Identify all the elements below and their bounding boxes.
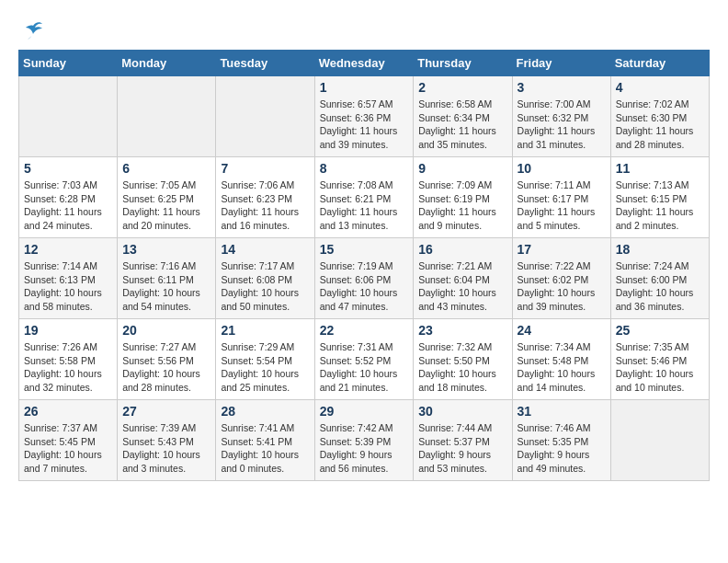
calendar-cell: 17Sunrise: 7:22 AMSunset: 6:02 PMDayligh… <box>512 238 610 319</box>
day-number: 26 <box>24 404 112 419</box>
calendar-cell: 9Sunrise: 7:09 AMSunset: 6:19 PMDaylight… <box>414 157 512 238</box>
week-row-1: 1Sunrise: 6:57 AMSunset: 6:36 PMDaylight… <box>19 76 710 157</box>
header-row: SundayMondayTuesdayWednesdayThursdayFrid… <box>19 51 710 76</box>
calendar-cell: 3Sunrise: 7:00 AMSunset: 6:32 PMDaylight… <box>512 76 610 157</box>
header-day-wednesday: Wednesday <box>314 51 414 76</box>
day-number: 19 <box>24 323 112 338</box>
day-number: 9 <box>418 161 506 176</box>
day-info: Sunrise: 7:14 AMSunset: 6:13 PMDaylight:… <box>24 259 112 314</box>
day-info: Sunrise: 7:06 AMSunset: 6:23 PMDaylight:… <box>221 178 309 233</box>
calendar-cell: 1Sunrise: 6:57 AMSunset: 6:36 PMDaylight… <box>314 76 414 157</box>
calendar-cell: 15Sunrise: 7:19 AMSunset: 6:06 PMDayligh… <box>314 238 414 319</box>
day-number: 4 <box>616 80 704 95</box>
day-info: Sunrise: 7:44 AMSunset: 5:37 PMDaylight:… <box>418 421 506 476</box>
day-info: Sunrise: 7:08 AMSunset: 6:21 PMDaylight:… <box>320 178 409 233</box>
day-number: 12 <box>24 242 112 257</box>
day-info: Sunrise: 7:32 AMSunset: 5:50 PMDaylight:… <box>418 340 506 395</box>
day-info: Sunrise: 7:21 AMSunset: 6:04 PMDaylight:… <box>418 259 506 314</box>
logo <box>18 18 46 40</box>
calendar-cell: 28Sunrise: 7:41 AMSunset: 5:41 PMDayligh… <box>216 400 314 481</box>
calendar-cell: 12Sunrise: 7:14 AMSunset: 6:13 PMDayligh… <box>19 238 118 319</box>
calendar-cell: 4Sunrise: 7:02 AMSunset: 6:30 PMDaylight… <box>610 76 709 157</box>
day-info: Sunrise: 7:17 AMSunset: 6:08 PMDaylight:… <box>221 259 309 314</box>
day-info: Sunrise: 7:46 AMSunset: 5:35 PMDaylight:… <box>518 421 606 476</box>
calendar-cell: 2Sunrise: 6:58 AMSunset: 6:34 PMDaylight… <box>414 76 512 157</box>
day-number: 30 <box>418 404 506 419</box>
day-number: 8 <box>320 161 409 176</box>
header-day-tuesday: Tuesday <box>216 51 314 76</box>
day-number: 20 <box>122 323 210 338</box>
day-number: 1 <box>320 80 409 95</box>
day-number: 14 <box>221 242 309 257</box>
day-info: Sunrise: 7:39 AMSunset: 5:43 PMDaylight:… <box>122 421 210 476</box>
day-number: 23 <box>418 323 506 338</box>
day-info: Sunrise: 7:00 AMSunset: 6:32 PMDaylight:… <box>518 98 606 152</box>
week-row-5: 26Sunrise: 7:37 AMSunset: 5:45 PMDayligh… <box>19 400 710 481</box>
day-number: 3 <box>518 80 606 95</box>
day-number: 13 <box>122 242 210 257</box>
calendar-cell <box>610 400 709 481</box>
calendar-cell <box>118 76 216 157</box>
day-info: Sunrise: 6:58 AMSunset: 6:34 PMDaylight:… <box>418 98 506 152</box>
calendar-cell: 21Sunrise: 7:29 AMSunset: 5:54 PMDayligh… <box>216 319 314 400</box>
day-info: Sunrise: 7:09 AMSunset: 6:19 PMDaylight:… <box>418 178 506 233</box>
day-info: Sunrise: 7:05 AMSunset: 6:25 PMDaylight:… <box>122 178 210 233</box>
day-info: Sunrise: 7:13 AMSunset: 6:15 PMDaylight:… <box>616 178 704 233</box>
calendar-cell: 23Sunrise: 7:32 AMSunset: 5:50 PMDayligh… <box>414 319 512 400</box>
day-number: 5 <box>24 161 112 176</box>
day-info: Sunrise: 7:41 AMSunset: 5:41 PMDaylight:… <box>221 421 309 476</box>
day-number: 11 <box>616 161 704 176</box>
header <box>18 18 710 40</box>
day-info: Sunrise: 7:19 AMSunset: 6:06 PMDaylight:… <box>320 259 409 314</box>
calendar-cell: 7Sunrise: 7:06 AMSunset: 6:23 PMDaylight… <box>216 157 314 238</box>
calendar-cell: 14Sunrise: 7:17 AMSunset: 6:08 PMDayligh… <box>216 238 314 319</box>
day-info: Sunrise: 7:37 AMSunset: 5:45 PMDaylight:… <box>24 421 112 476</box>
day-info: Sunrise: 7:27 AMSunset: 5:56 PMDaylight:… <box>122 340 210 395</box>
day-info: Sunrise: 7:26 AMSunset: 5:58 PMDaylight:… <box>24 340 112 395</box>
day-info: Sunrise: 7:22 AMSunset: 6:02 PMDaylight:… <box>518 259 606 314</box>
day-number: 21 <box>221 323 309 338</box>
day-info: Sunrise: 7:31 AMSunset: 5:52 PMDaylight:… <box>320 340 409 395</box>
header-day-saturday: Saturday <box>610 51 709 76</box>
calendar-table: SundayMondayTuesdayWednesdayThursdayFrid… <box>18 50 710 481</box>
calendar-cell: 11Sunrise: 7:13 AMSunset: 6:15 PMDayligh… <box>610 157 709 238</box>
calendar-cell: 20Sunrise: 7:27 AMSunset: 5:56 PMDayligh… <box>118 319 216 400</box>
logo-bird-icon <box>20 18 46 44</box>
week-row-4: 19Sunrise: 7:26 AMSunset: 5:58 PMDayligh… <box>19 319 710 400</box>
day-number: 6 <box>122 161 210 176</box>
day-number: 17 <box>518 242 606 257</box>
day-info: Sunrise: 7:16 AMSunset: 6:11 PMDaylight:… <box>122 259 210 314</box>
day-number: 15 <box>320 242 409 257</box>
day-number: 10 <box>518 161 606 176</box>
day-info: Sunrise: 7:24 AMSunset: 6:00 PMDaylight:… <box>616 259 704 314</box>
calendar-cell: 22Sunrise: 7:31 AMSunset: 5:52 PMDayligh… <box>314 319 414 400</box>
day-number: 22 <box>320 323 409 338</box>
day-info: Sunrise: 7:42 AMSunset: 5:39 PMDaylight:… <box>320 421 409 476</box>
day-number: 25 <box>616 323 704 338</box>
header-day-monday: Monday <box>118 51 216 76</box>
week-row-2: 5Sunrise: 7:03 AMSunset: 6:28 PMDaylight… <box>19 157 710 238</box>
calendar-cell: 19Sunrise: 7:26 AMSunset: 5:58 PMDayligh… <box>19 319 118 400</box>
calendar-cell <box>216 76 314 157</box>
day-number: 27 <box>122 404 210 419</box>
day-number: 28 <box>221 404 309 419</box>
calendar-cell: 25Sunrise: 7:35 AMSunset: 5:46 PMDayligh… <box>610 319 709 400</box>
calendar-cell: 24Sunrise: 7:34 AMSunset: 5:48 PMDayligh… <box>512 319 610 400</box>
calendar-cell <box>19 76 118 157</box>
calendar-cell: 31Sunrise: 7:46 AMSunset: 5:35 PMDayligh… <box>512 400 610 481</box>
calendar-cell: 8Sunrise: 7:08 AMSunset: 6:21 PMDaylight… <box>314 157 414 238</box>
calendar-cell: 27Sunrise: 7:39 AMSunset: 5:43 PMDayligh… <box>118 400 216 481</box>
header-day-thursday: Thursday <box>414 51 512 76</box>
calendar-cell: 18Sunrise: 7:24 AMSunset: 6:00 PMDayligh… <box>610 238 709 319</box>
day-info: Sunrise: 6:57 AMSunset: 6:36 PMDaylight:… <box>320 98 409 152</box>
day-number: 18 <box>616 242 704 257</box>
calendar-cell: 6Sunrise: 7:05 AMSunset: 6:25 PMDaylight… <box>118 157 216 238</box>
week-row-3: 12Sunrise: 7:14 AMSunset: 6:13 PMDayligh… <box>19 238 710 319</box>
day-number: 29 <box>320 404 409 419</box>
day-number: 7 <box>221 161 309 176</box>
calendar-cell: 16Sunrise: 7:21 AMSunset: 6:04 PMDayligh… <box>414 238 512 319</box>
calendar-cell: 13Sunrise: 7:16 AMSunset: 6:11 PMDayligh… <box>118 238 216 319</box>
day-number: 31 <box>518 404 606 419</box>
day-info: Sunrise: 7:29 AMSunset: 5:54 PMDaylight:… <box>221 340 309 395</box>
day-info: Sunrise: 7:02 AMSunset: 6:30 PMDaylight:… <box>616 98 704 152</box>
